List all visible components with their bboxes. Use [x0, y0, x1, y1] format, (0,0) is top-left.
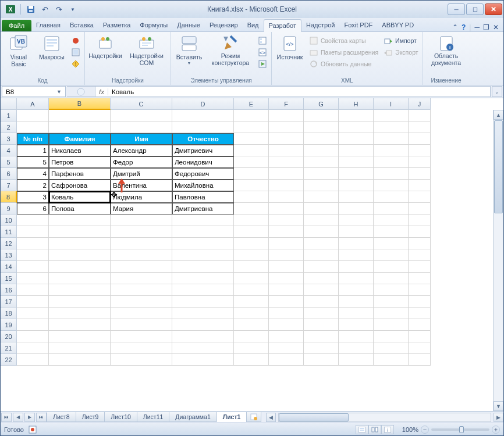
cell[interactable] [409, 133, 431, 145]
map-properties-button[interactable]: Свойства карты [307, 35, 380, 46]
normal-view-button[interactable] [356, 425, 368, 434]
cell[interactable] [269, 319, 304, 331]
cell[interactable] [17, 284, 49, 296]
doc-restore-icon[interactable]: ❐ [483, 23, 489, 31]
cell[interactable] [17, 121, 49, 133]
cell[interactable] [111, 215, 172, 226]
cell[interactable] [339, 215, 374, 226]
cell[interactable] [304, 296, 339, 308]
cell[interactable] [17, 110, 49, 121]
cell[interactable] [304, 110, 339, 121]
cell[interactable] [304, 319, 339, 331]
select-all-corner[interactable] [1, 98, 17, 110]
cell[interactable] [234, 191, 269, 203]
cell[interactable] [339, 331, 374, 342]
cell[interactable] [49, 226, 111, 238]
ribbon-tab[interactable]: Надстрой [301, 19, 339, 31]
column-header[interactable]: H [339, 98, 374, 110]
column-header[interactable]: F [269, 98, 304, 110]
cell[interactable]: 3 [17, 191, 49, 203]
cell[interactable] [304, 203, 339, 215]
cell[interactable] [409, 238, 431, 249]
cell[interactable]: Имя [111, 133, 172, 145]
cell[interactable]: 5 [17, 156, 49, 168]
cell[interactable] [172, 110, 234, 121]
cell[interactable] [172, 215, 234, 226]
cell[interactable] [269, 249, 304, 261]
cell[interactable] [172, 342, 234, 354]
cell[interactable]: 2 [17, 180, 49, 191]
cell[interactable] [409, 168, 431, 180]
cell[interactable] [17, 249, 49, 261]
cell[interactable]: Павловна [172, 191, 234, 203]
zoom-level[interactable]: 100% [402, 426, 418, 433]
cell[interactable] [17, 226, 49, 238]
cell[interactable] [49, 331, 111, 342]
ribbon-minimize-icon[interactable]: ⌃ [452, 23, 458, 31]
cell[interactable] [339, 156, 374, 168]
cell[interactable] [172, 331, 234, 342]
cell[interactable] [304, 284, 339, 296]
cell[interactable] [374, 319, 409, 331]
cell[interactable] [409, 296, 431, 308]
cell[interactable] [269, 261, 304, 273]
save-icon[interactable] [24, 3, 37, 16]
cell[interactable] [374, 121, 409, 133]
cell[interactable] [269, 215, 304, 226]
ribbon-tab[interactable]: Вставка [65, 19, 98, 31]
cell[interactable]: Дмитриевич [172, 145, 234, 156]
cell[interactable]: Леонидович [172, 156, 234, 168]
cell[interactable] [269, 110, 304, 121]
cell[interactable] [17, 238, 49, 249]
page-break-view-button[interactable] [381, 425, 394, 434]
cell[interactable] [17, 331, 49, 342]
cell[interactable]: Мария [111, 203, 172, 215]
cell[interactable] [409, 354, 431, 366]
properties-button[interactable] [256, 35, 269, 46]
row-header[interactable]: 4 [1, 145, 17, 156]
cell[interactable] [374, 354, 409, 366]
cell[interactable]: Отчество [172, 133, 234, 145]
cell[interactable] [269, 273, 304, 284]
macro-security-button[interactable]: ! [69, 59, 82, 69]
cell[interactable] [49, 110, 111, 121]
cell[interactable] [111, 319, 172, 331]
qat-dropdown-icon[interactable]: ▼ [66, 3, 79, 16]
cell[interactable] [409, 308, 431, 319]
cell[interactable] [49, 308, 111, 319]
sheet-nav-prev-icon[interactable]: ◀ [13, 413, 23, 422]
doc-minimize-icon[interactable]: ─ [474, 23, 480, 31]
cell[interactable] [374, 203, 409, 215]
scroll-thumb[interactable] [494, 120, 503, 213]
cell[interactable] [374, 156, 409, 168]
cell[interactable] [339, 296, 374, 308]
cell[interactable] [172, 319, 234, 331]
chevron-down-icon[interactable]: ▼ [56, 89, 62, 95]
cell[interactable]: Фамилия [49, 133, 111, 145]
cell[interactable] [49, 261, 111, 273]
cell[interactable] [172, 226, 234, 238]
cell[interactable] [49, 284, 111, 296]
cell[interactable] [269, 284, 304, 296]
cell[interactable] [111, 342, 172, 354]
cell[interactable] [374, 191, 409, 203]
cell[interactable] [304, 226, 339, 238]
cell[interactable] [339, 133, 374, 145]
cell[interactable] [374, 238, 409, 249]
refresh-data-button[interactable]: Обновить данные [307, 59, 380, 69]
cell[interactable] [339, 110, 374, 121]
cell[interactable] [49, 273, 111, 284]
row-header[interactable]: 16 [1, 284, 17, 296]
cell[interactable] [339, 354, 374, 366]
cell[interactable] [409, 180, 431, 191]
cell[interactable] [374, 226, 409, 238]
cell[interactable] [269, 238, 304, 249]
cell[interactable] [374, 308, 409, 319]
vertical-scrollbar[interactable]: ▲ ▼ [493, 110, 503, 411]
row-header[interactable]: 14 [1, 261, 17, 273]
cell[interactable] [269, 180, 304, 191]
cell[interactable] [304, 342, 339, 354]
cell[interactable] [17, 261, 49, 273]
macro-record-icon[interactable] [29, 426, 37, 434]
cell[interactable] [409, 215, 431, 226]
